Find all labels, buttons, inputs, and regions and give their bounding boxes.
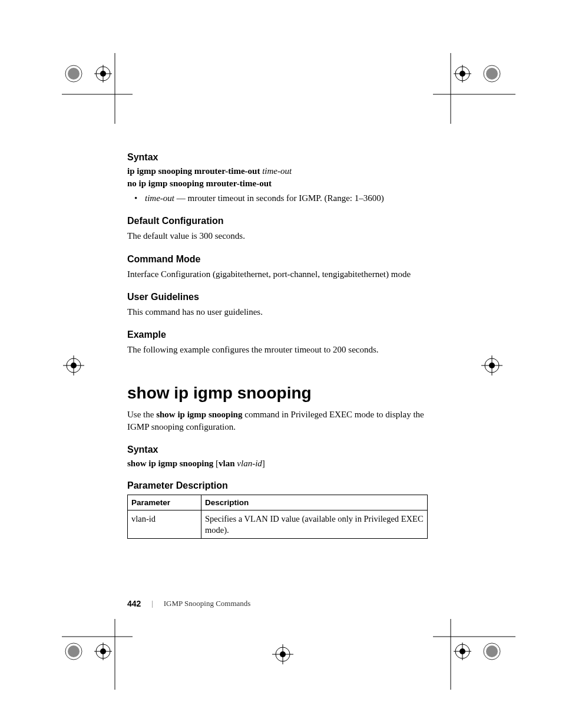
example-text: The following example configures the mro…	[127, 344, 428, 355]
crop-mark-top-right	[433, 53, 515, 124]
syntax-line-2: no ip igmp snooping mrouter-time-out	[127, 179, 428, 189]
syntax-bullet-list: • time-out — mrouter timeout in seconds …	[145, 192, 428, 204]
bullet-icon: •	[134, 192, 137, 204]
crop-mark-top-left	[62, 53, 133, 124]
page-content: Syntax ip igmp snooping mrouter-time-out…	[127, 152, 428, 551]
svg-point-43	[486, 645, 498, 657]
svg-point-41	[459, 648, 465, 654]
crop-mark-bottom-center	[265, 640, 300, 669]
footer-divider-icon: |	[151, 599, 153, 608]
svg-point-19	[71, 363, 77, 368]
table-header-row: Parameter Description	[128, 495, 428, 510]
example-section: Example The following example configures…	[127, 330, 428, 355]
crop-mark-mid-left	[56, 351, 91, 380]
svg-point-27	[68, 645, 80, 657]
example-heading: Example	[127, 330, 428, 340]
svg-point-23	[489, 363, 495, 368]
page-number: 442	[127, 599, 141, 608]
syntax-section-1: Syntax ip igmp snooping mrouter-time-out…	[127, 152, 428, 204]
svg-point-35	[280, 651, 286, 657]
param-desc-heading: Parameter Description	[127, 480, 428, 491]
command-mode-heading: Command Mode	[127, 254, 428, 265]
svg-point-15	[486, 68, 498, 80]
parameter-description-section: Parameter Description Parameter Descript…	[127, 480, 428, 539]
crop-mark-bottom-left	[62, 619, 133, 690]
svg-point-7	[100, 71, 106, 77]
syntax-line-1: ip igmp snooping mrouter-time-out time-o…	[127, 166, 428, 176]
default-config-section: Default Configuration The default value …	[127, 216, 428, 242]
table-cell-desc: Specifies a VLAN ID value (available onl…	[201, 510, 428, 539]
command-title: show ip igmp snooping	[127, 384, 428, 403]
footer-section-title: IGMP Snooping Commands	[164, 599, 251, 608]
default-config-heading: Default Configuration	[127, 216, 428, 226]
crop-mark-mid-right	[474, 351, 510, 380]
svg-point-31	[100, 648, 106, 654]
parameter-table: Parameter Description vlan-id Specifies …	[127, 495, 428, 539]
syntax2-heading: Syntax	[127, 444, 428, 455]
user-guidelines-section: User Guidelines This command has no user…	[127, 292, 428, 318]
syntax-bullet-item: • time-out — mrouter timeout in seconds …	[145, 192, 428, 204]
command-mode-text: Interface Configuration (gigabitethernet…	[127, 268, 428, 280]
table-cell-param: vlan-id	[128, 510, 201, 539]
syntax-section-2: Syntax show ip igmp snooping [vlan vlan-…	[127, 444, 428, 469]
table-header-description: Description	[201, 495, 428, 510]
page-footer: 442 | IGMP Snooping Commands	[127, 599, 250, 608]
default-config-text: The default value is 300 seconds.	[127, 230, 428, 242]
svg-point-3	[68, 68, 80, 80]
syntax2-line: show ip igmp snooping [vlan vlan-id]	[127, 459, 428, 469]
command-intro: Use the show ip igmp snooping command in…	[127, 409, 428, 433]
table-header-parameter: Parameter	[128, 495, 201, 510]
syntax-heading: Syntax	[127, 152, 428, 163]
crop-mark-bottom-right	[433, 619, 515, 690]
user-guidelines-heading: User Guidelines	[127, 292, 428, 302]
svg-point-13	[459, 71, 465, 77]
table-row: vlan-id Specifies a VLAN ID value (avail…	[128, 510, 428, 539]
user-guidelines-text: This command has no user guidelines.	[127, 306, 428, 318]
command-mode-section: Command Mode Interface Configuration (gi…	[127, 254, 428, 280]
